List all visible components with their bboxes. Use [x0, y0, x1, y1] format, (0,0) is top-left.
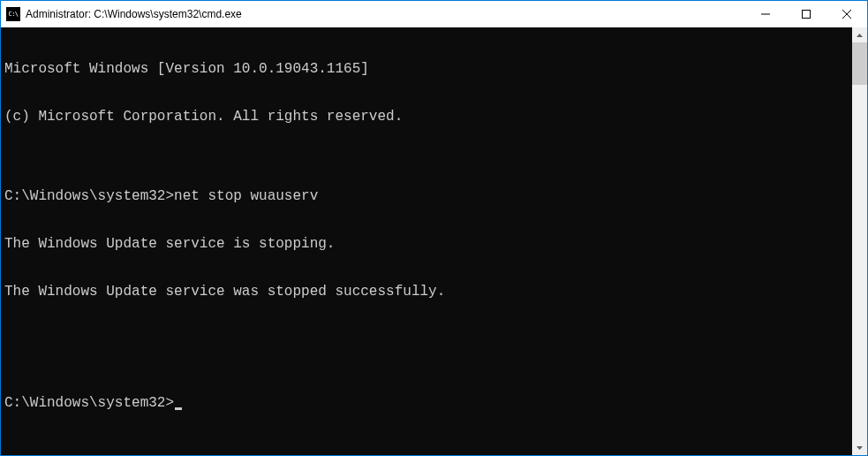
scroll-up-button[interactable]: [852, 27, 867, 42]
chevron-up-icon: [857, 34, 863, 37]
vertical-scrollbar[interactable]: [852, 27, 867, 455]
minimize-icon: [761, 10, 770, 19]
terminal-line: C:\Windows\system32>net stop wuauserv: [4, 188, 849, 204]
terminal-line: (c) Microsoft Corporation. All rights re…: [4, 109, 849, 125]
cmd-window: Administrator: C:\Windows\system32\cmd.e…: [1, 1, 867, 455]
chevron-down-icon: [857, 446, 863, 450]
window-controls: [745, 1, 867, 27]
cmd-icon: [6, 7, 20, 21]
close-icon: [842, 10, 851, 19]
svg-rect-1: [803, 11, 811, 19]
scrollbar-thumb[interactable]: [852, 42, 867, 85]
terminal-prompt: C:\Windows\system32>: [4, 395, 174, 411]
terminal-line: The Windows Update service was stopped s…: [4, 284, 849, 300]
scrollbar-track[interactable]: [852, 42, 867, 440]
titlebar[interactable]: Administrator: C:\Windows\system32\cmd.e…: [1, 1, 867, 27]
maximize-icon: [802, 10, 811, 19]
terminal-line: Microsoft Windows [Version 10.0.19043.11…: [4, 61, 849, 77]
close-button[interactable]: [826, 1, 867, 27]
terminal-output[interactable]: Microsoft Windows [Version 10.0.19043.11…: [1, 27, 852, 455]
maximize-button[interactable]: [786, 1, 826, 27]
window-title: Administrator: C:\Windows\system32\cmd.e…: [26, 8, 745, 20]
scroll-down-button[interactable]: [852, 440, 867, 455]
client-area: Microsoft Windows [Version 10.0.19043.11…: [1, 27, 867, 455]
terminal-line: The Windows Update service is stopping.: [4, 236, 849, 252]
minimize-button[interactable]: [745, 1, 786, 27]
terminal-prompt-line: C:\Windows\system32>: [4, 395, 849, 411]
cursor: [175, 407, 182, 410]
